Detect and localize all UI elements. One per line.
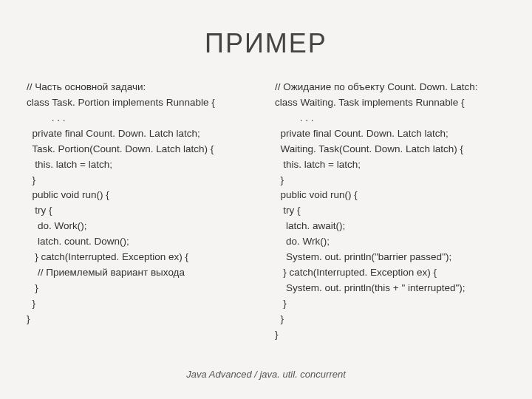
slide: ПРИМЕР // Часть основной задачи: class T…	[0, 0, 532, 399]
content-columns: // Часть основной задачи: class Task. Po…	[27, 80, 505, 361]
code-left: // Часть основной задачи: class Task. Po…	[27, 80, 257, 361]
slide-footer: Java Advanced / java. util. concurrent	[27, 361, 505, 384]
slide-title: ПРИМЕР	[27, 28, 505, 59]
code-right: // Ожидание по объекту Count. Down. Latc…	[275, 80, 505, 361]
